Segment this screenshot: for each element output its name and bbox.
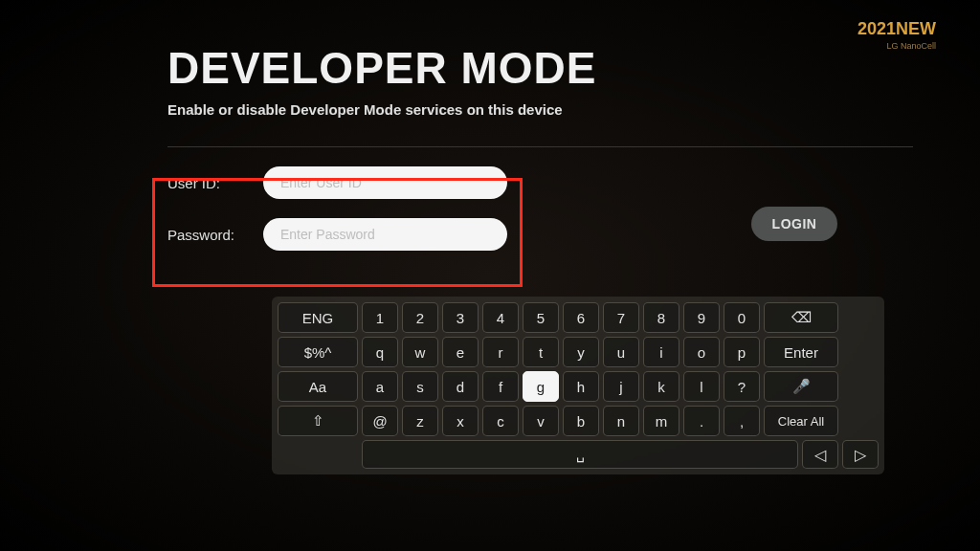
key-6[interactable]: 6 [563,302,599,333]
key-mode-0[interactable]: ENG [278,302,358,333]
key-h[interactable]: h [563,371,599,402]
key-x[interactable]: x [442,406,479,436]
password-label: Password: [167,227,250,243]
key-mode-1[interactable]: $%^ [278,337,358,367]
key-p[interactable]: p [724,337,760,367]
key-9[interactable]: 9 [683,302,720,333]
key-r[interactable]: r [482,337,519,367]
key-z[interactable]: z [402,406,438,436]
key-g[interactable]: g [523,371,559,402]
page-title: DEVELOPER MODE [167,42,913,94]
corner-new: NEW [896,19,936,38]
key-t[interactable]: t [523,337,559,367]
key-@[interactable]: @ [362,406,398,436]
corner-subtext: LG NanoCell [858,41,936,51]
key-5[interactable]: 5 [523,302,559,333]
key-mode-2[interactable]: Aa [278,371,358,402]
mic-key[interactable]: 🎤 [764,371,838,402]
corner-year: 2021 [858,19,896,38]
nav-right-key[interactable]: ▷ [842,440,879,469]
key-n[interactable]: n [603,406,639,436]
key-e[interactable]: e [442,337,479,367]
password-input[interactable] [263,218,507,251]
onscreen-keyboard: ENG1234567890⌫$%^qwertyuiopEnterAaasdfgh… [272,297,884,474]
backspace-key[interactable]: ⌫ [764,302,838,333]
key-3[interactable]: 3 [442,302,479,333]
key-?[interactable]: ? [724,371,760,402]
key-i[interactable]: i [643,337,679,367]
login-form: User ID: Password: LOGIN [167,166,913,251]
divider [167,146,913,147]
key-u[interactable]: u [603,337,639,367]
key-v[interactable]: v [523,406,559,436]
key-l[interactable]: l [683,371,720,402]
key-m[interactable]: m [643,406,679,436]
key-s[interactable]: s [402,371,438,402]
enter-key[interactable]: Enter [764,337,838,367]
key-8[interactable]: 8 [643,302,679,333]
clear-all-key[interactable]: Clear All [764,406,838,436]
key-,[interactable]: , [724,406,760,436]
key-o[interactable]: o [683,337,720,367]
key-d[interactable]: d [442,371,479,402]
key-q[interactable]: q [362,337,398,367]
key-1[interactable]: 1 [362,302,398,333]
login-button[interactable]: LOGIN [751,207,837,241]
key-j[interactable]: j [603,371,639,402]
key-.[interactable]: . [683,406,720,436]
key-b[interactable]: b [563,406,599,436]
key-4[interactable]: 4 [482,302,519,333]
key-7[interactable]: 7 [603,302,639,333]
userid-label: User ID: [167,175,250,191]
corner-badge: 2021NEW LG NanoCell [858,19,936,51]
key-a[interactable]: a [362,371,398,402]
key-w[interactable]: w [402,337,438,367]
key-c[interactable]: c [482,406,519,436]
key-f[interactable]: f [482,371,519,402]
key-2[interactable]: 2 [402,302,438,333]
spacebar-key[interactable]: ␣ [362,440,798,469]
key-0[interactable]: 0 [724,302,760,333]
key-mode-3[interactable]: ⇧ [278,406,358,436]
userid-input[interactable] [263,166,507,199]
page-subtitle: Enable or disable Developer Mode service… [167,101,913,118]
nav-left-key[interactable]: ◁ [802,440,838,469]
key-k[interactable]: k [643,371,679,402]
key-y[interactable]: y [563,337,599,367]
